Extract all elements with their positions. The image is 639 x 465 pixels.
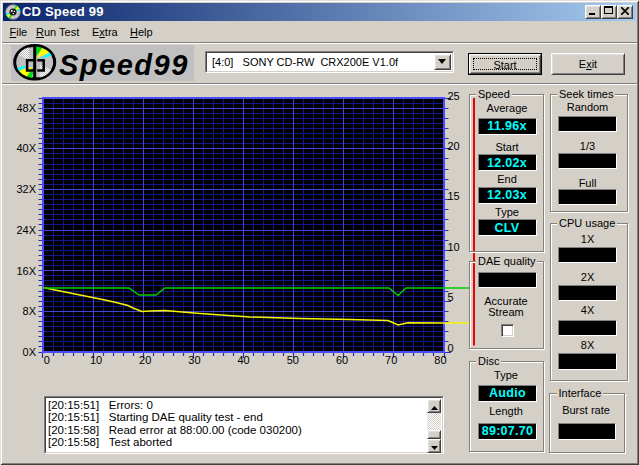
- svg-text:25: 25: [448, 90, 460, 102]
- svg-text:8X: 8X: [23, 305, 37, 317]
- svg-text:15: 15: [448, 190, 460, 202]
- svg-text:5: 5: [448, 291, 454, 303]
- svg-text:0X: 0X: [23, 346, 37, 358]
- svg-text:10: 10: [448, 241, 460, 253]
- svg-text:16X: 16X: [16, 265, 36, 277]
- svg-text:20: 20: [448, 140, 460, 152]
- svg-text:40X: 40X: [16, 142, 36, 154]
- svg-text:70: 70: [385, 354, 397, 366]
- svg-text:80: 80: [434, 354, 446, 366]
- svg-text:10: 10: [90, 354, 102, 366]
- svg-text:50: 50: [287, 354, 299, 366]
- svg-text:0: 0: [448, 342, 454, 354]
- svg-text:30: 30: [188, 354, 200, 366]
- svg-text:40: 40: [237, 354, 249, 366]
- svg-text:0: 0: [44, 354, 50, 366]
- svg-text:60: 60: [336, 354, 348, 366]
- svg-text:20: 20: [139, 354, 151, 366]
- svg-text:32X: 32X: [16, 183, 36, 195]
- svg-text:24X: 24X: [16, 224, 36, 236]
- svg-text:48X: 48X: [16, 102, 36, 114]
